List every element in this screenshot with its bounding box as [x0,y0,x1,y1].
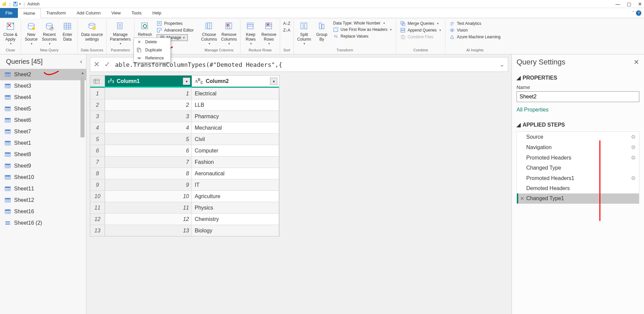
tab-add-column[interactable]: Add Column [71,8,106,18]
table-row[interactable]: 66Computer [90,145,279,156]
formula-apply-icon[interactable]: ✓ [104,60,110,69]
minimize-icon[interactable]: — [615,1,620,7]
query-item[interactable]: Sheet10 [0,172,86,183]
query-item[interactable]: Sheet4 [0,92,86,103]
sort-desc-button[interactable]: Z↓A [282,27,291,34]
save-icon[interactable] [13,2,18,6]
gear-icon[interactable]: ⚙ [631,175,636,181]
cell-column1[interactable]: 6 [105,145,192,156]
column-header-column1[interactable]: 123 Column1 ▾ [105,76,192,88]
scroll-thumb[interactable] [80,77,85,137]
table-row[interactable]: 33Pharmacy [90,110,279,122]
query-item[interactable]: Sheet16 [0,206,86,217]
table-row[interactable]: 99IT [90,179,279,190]
append-queries-button[interactable]: Append Queries▾ [398,27,443,34]
formula-expand-icon[interactable]: ⌄ [499,61,504,68]
cell-column2[interactable]: Computer [192,145,279,156]
cell-column2[interactable]: Chemistry [192,214,279,225]
table-row[interactable]: 1212Chemistry [90,213,279,225]
split-column-button[interactable]: Split Column▾ [296,20,312,46]
tab-file[interactable]: File [0,8,18,18]
advanced-editor-button[interactable]: Advanced Editor [155,27,196,34]
cell-column1[interactable]: 10 [105,191,192,202]
table-row[interactable]: 77Fashion [90,156,279,168]
tab-home[interactable]: Home [18,8,41,18]
cell-column1[interactable]: 4 [105,122,192,133]
cell-column1[interactable]: 8 [105,168,192,179]
cell-column2[interactable]: Electrical [192,88,279,99]
cell-column2[interactable]: LLB [192,99,279,110]
table-row[interactable]: 44Mechanical [90,122,279,133]
cell-column1[interactable]: 2 [105,99,192,110]
table-row[interactable]: 88Aeronautical [90,168,279,179]
cell-column2[interactable]: IT [192,179,279,190]
group-by-button[interactable]: Group By [314,20,330,43]
cell-column1[interactable]: 13 [105,225,192,236]
remove-columns-button[interactable]: Remove Columns▾ [220,20,238,46]
manage-parameters-button[interactable]: Manage Parameters▾ [109,20,132,46]
table-row[interactable]: 1111Physics [90,202,279,213]
applied-step[interactable]: Navigation⚙ [517,142,639,152]
gear-icon[interactable]: ⚙ [631,134,636,140]
query-item[interactable]: Sheet11 [0,183,86,194]
cell-column2[interactable]: Mechanical [192,122,279,133]
replace-values-button[interactable]: ¹⁄₂Replace Values [331,33,394,40]
applied-step[interactable]: Promoted Headers⚙ [517,152,639,163]
formula-cancel-icon[interactable]: ✕ [94,60,100,69]
cell-column1[interactable]: 7 [105,156,192,168]
cell-column1[interactable]: 3 [105,111,192,122]
column-filter-icon[interactable]: ▾ [270,78,277,85]
data-source-settings-button[interactable]: Data source settings [80,20,104,43]
applied-step[interactable]: Demoted Headers [517,183,639,193]
gear-icon[interactable]: ⚙ [631,144,636,150]
query-item[interactable]: Sheet6 [0,115,86,126]
cell-column1[interactable]: 12 [105,214,192,225]
choose-columns-button[interactable]: Choose Columns▾ [200,20,218,46]
tab-help[interactable]: Help [147,8,167,18]
collapse-properties-icon[interactable]: ◢ [517,75,521,81]
cell-column2[interactable]: Agriculture [192,191,279,202]
manage-menu-reference[interactable]: Reference [134,54,170,62]
new-source-button[interactable]: New Source▾ [23,20,39,46]
all-properties-link[interactable]: All Properties [517,107,639,113]
scroll-up-icon[interactable]: ▴ [79,70,86,76]
enter-data-button[interactable]: Enter Data [59,20,75,43]
recent-sources-button[interactable]: Recent Sources▾ [41,20,58,46]
properties-button[interactable]: Properties [155,20,196,27]
query-name-input[interactable] [517,91,639,102]
cell-column2[interactable]: Pharmacy [192,111,279,122]
tab-view[interactable]: View [106,8,126,18]
applied-step[interactable]: Changed Type [517,163,639,173]
table-row[interactable]: 1010Agriculture [90,190,279,202]
applied-step[interactable]: ✕Changed Type1 [517,193,639,204]
tab-tools[interactable]: Tools [126,8,147,18]
azure-ml-button[interactable]: Azure Machine Learning [447,34,502,40]
grid-corner-button[interactable]: ▾ [90,76,105,88]
table-row[interactable]: 11Electrical [90,88,279,99]
combine-files-button[interactable]: Combine Files [398,34,443,40]
collapse-steps-icon[interactable]: ◢ [517,122,521,128]
query-item[interactable]: Sheet12 [0,194,86,206]
cell-column2[interactable]: Physics [192,202,279,213]
column-filter-icon[interactable]: ▾ [183,78,190,85]
cell-column2[interactable]: Fashion [192,156,279,168]
cell-column2[interactable]: Civil [192,134,279,145]
cell-column1[interactable]: 11 [105,202,192,213]
sort-asc-button[interactable]: A↓Z [282,20,291,27]
cell-column1[interactable]: 9 [105,179,192,190]
applied-step[interactable]: Promoted Headers1⚙ [517,173,639,183]
cell-column1[interactable]: 5 [105,134,192,145]
gear-icon[interactable]: ⚙ [631,154,636,161]
query-item[interactable]: Sheet9 [0,160,86,172]
manage-menu-delete[interactable]: ✕Delete [134,38,170,46]
query-item[interactable]: Sheet3 [0,80,86,92]
help-icon[interactable]: ? [636,10,641,16]
vision-button[interactable]: Vision [447,27,502,34]
formula-text[interactable]: able.TransformColumnTypes(#"Demoted Head… [115,61,499,68]
cell-column2[interactable]: Biology [192,225,279,236]
keep-rows-button[interactable]: Keep Rows▾ [243,20,259,46]
table-row[interactable]: 1313Biology [90,225,279,236]
queries-scrollbar[interactable]: ▴ [79,70,86,314]
column-header-column2[interactable]: ABC Column2 ▾ [192,76,279,88]
query-item[interactable]: Sheet8 [0,149,86,160]
